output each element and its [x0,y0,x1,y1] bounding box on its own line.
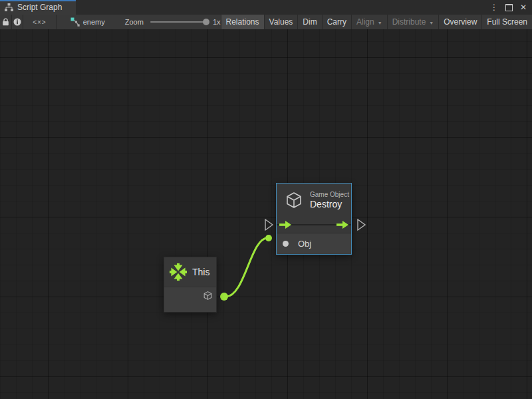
this-converge-arrows-icon [170,263,187,281]
tab-script-graph[interactable]: Script Graph [0,0,76,15]
connection-end-dot [265,235,272,241]
tab-bar: Script Graph ⋮ ✕ [0,0,532,15]
tab-label: Script Graph [17,3,62,12]
graph-canvas[interactable]: Game Object Destroy [0,29,532,399]
control-output-arrow-icon[interactable] [336,221,348,229]
zoom-slider[interactable] [150,21,207,23]
value-connection-wire [226,238,267,297]
lock-button[interactable] [0,15,12,29]
node-category: Game Object [310,191,349,199]
node-title: Destroy [310,199,349,209]
control-input-triangle-icon[interactable] [265,219,273,230]
control-input-arrow-icon[interactable] [279,221,291,229]
breadcrumb-label: enemy [83,18,105,26]
overview-button[interactable]: Overview [438,15,481,29]
window-controls: ⋮ ✕ [490,0,527,15]
node-this-header: This [164,257,216,287]
control-output-triangle-icon[interactable] [358,219,365,230]
info-icon [13,18,21,26]
kebab-menu-icon[interactable]: ⋮ [490,0,498,15]
view-buttons: Relations Values Dim Carry Align ▼ Distr… [221,15,532,29]
zoom-slider-handle[interactable] [203,19,209,25]
graph-window: Script Graph ⋮ ✕ [0,0,532,399]
cube-icon [285,191,303,209]
maximize-icon[interactable] [505,4,513,11]
zoom-value: 1x [213,18,221,26]
obj-port-label: Obj [298,239,311,249]
relations-button[interactable]: Relations [221,15,264,29]
distribute-dropdown[interactable]: Distribute ▼ [387,15,439,29]
obj-port-row: Obj [277,233,351,254]
close-icon[interactable]: ✕ [520,0,527,15]
info-button[interactable] [12,15,24,29]
carry-button[interactable]: Carry [322,15,351,29]
values-button[interactable]: Values [264,15,298,29]
control-port-row [277,217,351,233]
lock-icon [2,18,9,26]
connection-layer [0,29,532,399]
graph-toolbar: <×> enemy Zoom 1x Relations Values [0,15,532,29]
full-screen-button[interactable]: Full Screen [481,15,532,29]
angle-brackets-x-icon: <×> [33,19,47,26]
align-dropdown[interactable]: Align ▼ [351,15,387,29]
node-destroy-header: Game Object Destroy [277,184,351,217]
node-title: This [192,267,209,277]
hierarchy-icon [5,3,13,11]
code-preview-button[interactable]: <×> [23,15,56,29]
chevron-down-icon: ▼ [378,21,382,25]
dim-button[interactable]: Dim [297,15,321,29]
node-this-body [164,287,216,312]
obj-port-dot[interactable] [283,241,289,247]
chevron-down-icon: ▼ [429,21,434,25]
node-destroy[interactable]: Game Object Destroy [276,183,352,255]
node-this[interactable]: This [164,257,217,313]
zoom-control: Zoom 1x [125,15,221,29]
connection-start-dot [220,293,228,301]
zoom-label: Zoom [125,18,144,26]
script-graph-asset-icon [70,17,80,27]
self-output-port-cube-icon[interactable] [203,291,213,301]
breadcrumb[interactable]: enemy [66,15,109,29]
toolbar-spacer [57,15,66,29]
